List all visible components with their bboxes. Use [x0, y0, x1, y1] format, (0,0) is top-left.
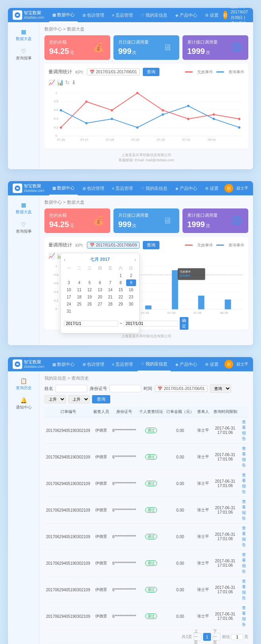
- nav-item-goods[interactable]: ≡贡品管理: [109, 8, 136, 22]
- panel3-nav-goods[interactable]: ≡贡品管理: [109, 357, 136, 371]
- cal-day-7[interactable]: 7: [106, 279, 115, 286]
- chart-line-icon[interactable]: 📈: [48, 79, 55, 86]
- cal-day-28[interactable]: 28: [106, 301, 115, 308]
- chart-refresh-icon[interactable]: ↻: [65, 79, 70, 86]
- chart-date-input[interactable]: 📅 2017/01/01-2017/06/01: [87, 69, 140, 75]
- view-report-link[interactable]: 查看报告: [242, 579, 246, 600]
- filter-id-input[interactable]: [109, 385, 141, 392]
- cal-day-20[interactable]: 20: [95, 294, 105, 300]
- bar-4: [145, 306, 152, 310]
- cal-day-8[interactable]: 8: [116, 279, 126, 286]
- panel3-sidebar-notice[interactable]: 🔔 通知中心: [8, 394, 39, 413]
- filter-query-btn[interactable]: 查询: [92, 395, 110, 403]
- td-time: 2017-06-31 17:01:06: [211, 417, 240, 444]
- cal-day-29[interactable]: 29: [116, 301, 126, 308]
- panel2-legend-dot2: [216, 245, 224, 246]
- cal-day-6[interactable]: 6: [95, 279, 105, 286]
- cal-day-15[interactable]: 15: [116, 287, 126, 293]
- panel3-sidebar-history[interactable]: 📋 查询历史: [8, 375, 39, 394]
- cal-day-13[interactable]: 13: [95, 287, 105, 293]
- prev-page-btn[interactable]: 上一页: [194, 633, 202, 641]
- cal-day-16[interactable]: 16: [126, 287, 136, 293]
- cal-day-31[interactable]: 31: [64, 308, 74, 315]
- panel2-sidebar-query[interactable]: ♡ 查询报事: [8, 218, 39, 237]
- panel2-nav-settings[interactable]: ⚙设置: [202, 181, 222, 195]
- cal-date-from[interactable]: [64, 321, 118, 327]
- chart-download-icon[interactable]: ⬇: [71, 79, 76, 86]
- cal-day-1[interactable]: 1: [116, 272, 126, 279]
- panel2-query-btn[interactable]: 查询: [143, 241, 159, 249]
- nav-item-data[interactable]: ▦数据中心: [49, 8, 78, 22]
- view-report-link[interactable]: 查看报告: [242, 526, 246, 547]
- panel3-nav-myinfo[interactable]: ♡我的应信息: [138, 357, 171, 371]
- view-report-link[interactable]: 查看报告: [242, 420, 246, 441]
- svg-point-25: [162, 113, 164, 116]
- cal-day-19[interactable]: 19: [84, 294, 94, 300]
- nav-item-product[interactable]: ◈产品中心: [172, 8, 200, 22]
- panel2-line-icon[interactable]: 📈: [48, 252, 55, 259]
- cal-day-12[interactable]: 12: [84, 287, 94, 293]
- cal-day-17[interactable]: 17: [64, 294, 74, 300]
- cal-day-26[interactable]: 26: [84, 301, 94, 308]
- nav-item-myinfo[interactable]: ♡我的应信息: [138, 8, 171, 22]
- cal-next-btn[interactable]: ›: [134, 257, 136, 262]
- cal-day-24[interactable]: 24: [64, 301, 74, 308]
- filter-date-input[interactable]: 📅 2017/01/01-2017/06/01: [155, 385, 207, 392]
- panel3-nav-data[interactable]: ▦数据中心: [49, 357, 78, 371]
- panel3-nav-access[interactable]: ⊞包访管理: [79, 357, 107, 371]
- filter-select1[interactable]: 查询: [210, 384, 231, 393]
- panel2-nav-goods[interactable]: ≡贡品管理: [109, 181, 136, 195]
- cal-day-22[interactable]: 22: [116, 294, 126, 300]
- panel2-nav-product[interactable]: ◈产品中心: [172, 181, 200, 195]
- cal-day-25[interactable]: 25: [74, 301, 84, 308]
- view-report-link[interactable]: 查看报告: [242, 606, 246, 627]
- jump-input[interactable]: [231, 634, 243, 640]
- view-report-link[interactable]: 查看报告: [242, 499, 246, 520]
- nav-item-settings[interactable]: ⚙设置: [202, 8, 222, 22]
- panel2-nav-myinfo[interactable]: ♡我的应信息: [138, 181, 171, 195]
- cal-day-18[interactable]: 18: [74, 294, 84, 300]
- panel2-nav-data[interactable]: ▦数据中心: [49, 181, 78, 195]
- panel3-nav-product[interactable]: ◈产品中心: [172, 357, 200, 371]
- filter-name-input[interactable]: [56, 385, 87, 392]
- calendar-popup[interactable]: ‹ 七月 2017 › 一 二 三 四 五 六 日: [60, 253, 140, 333]
- td-id: 6**************: [111, 470, 138, 497]
- cal-day-30[interactable]: 30: [126, 301, 136, 308]
- bar-7: [225, 300, 231, 310]
- cal-day-9[interactable]: 9: [126, 279, 136, 286]
- cal-date-to[interactable]: [124, 321, 178, 327]
- cal-day-2[interactable]: 2: [126, 272, 136, 279]
- stat-card-daily: 月日接口调用量 999 次 🖥: [113, 35, 179, 60]
- table-row: 20170629405190302109 伊德里 6**************…: [44, 524, 248, 550]
- filter-cal-icon: 📅: [157, 386, 162, 391]
- sidebar-item-query[interactable]: ♡ 查询报事: [8, 45, 39, 64]
- cal-day-11[interactable]: 11: [74, 287, 84, 293]
- panel2-sidebar-dashboard[interactable]: ▦ 数据大盘: [8, 199, 39, 218]
- view-report-link[interactable]: 查看报告: [242, 473, 246, 494]
- panel2-stat-balance: 您的余额 94.25 元 💰: [44, 208, 110, 233]
- cal-day-10[interactable]: 10: [64, 287, 74, 293]
- cal-day-23[interactable]: 23: [126, 294, 136, 300]
- sidebar-item-dashboard[interactable]: ▦ 数据大盘: [8, 25, 39, 45]
- cal-day-4[interactable]: 4: [74, 279, 84, 286]
- page-btn-1[interactable]: 1: [203, 633, 211, 641]
- chart-query-btn[interactable]: 查询: [143, 68, 159, 76]
- panel3-nav-settings[interactable]: ⚙设置: [202, 357, 222, 371]
- cal-day-3[interactable]: 3: [64, 279, 74, 286]
- panel2-nav-access[interactable]: ⊞包访管理: [79, 181, 107, 195]
- filter-select3[interactable]: 上升: [68, 395, 90, 403]
- cal-day-27[interactable]: 27: [95, 301, 105, 308]
- cal-day-5[interactable]: 5: [84, 279, 94, 286]
- view-report-link[interactable]: 查看报告: [242, 552, 246, 573]
- nav-item-access[interactable]: ⊞包访管理: [79, 8, 107, 22]
- view-report-link[interactable]: 查看报告: [242, 446, 246, 467]
- cal-confirm-btn[interactable]: 确定: [180, 317, 188, 330]
- panel1-card: 智宝数聚 zbadata.com ▦数据中心 ⊞包访管理 ≡贡品管理 ♡我的应信…: [8, 8, 253, 169]
- next-page-btn[interactable]: 下一页: [213, 633, 221, 641]
- filter-select2[interactable]: 上升: [44, 395, 66, 403]
- panel2-date-input[interactable]: 📅 2017/01/01-2017/06/09: [87, 242, 140, 248]
- cal-day-14[interactable]: 14: [106, 287, 115, 293]
- chart-bar-icon[interactable]: 📊: [57, 79, 63, 86]
- cal-prev-btn[interactable]: ‹: [64, 257, 65, 262]
- cal-day-21[interactable]: 21: [106, 294, 115, 300]
